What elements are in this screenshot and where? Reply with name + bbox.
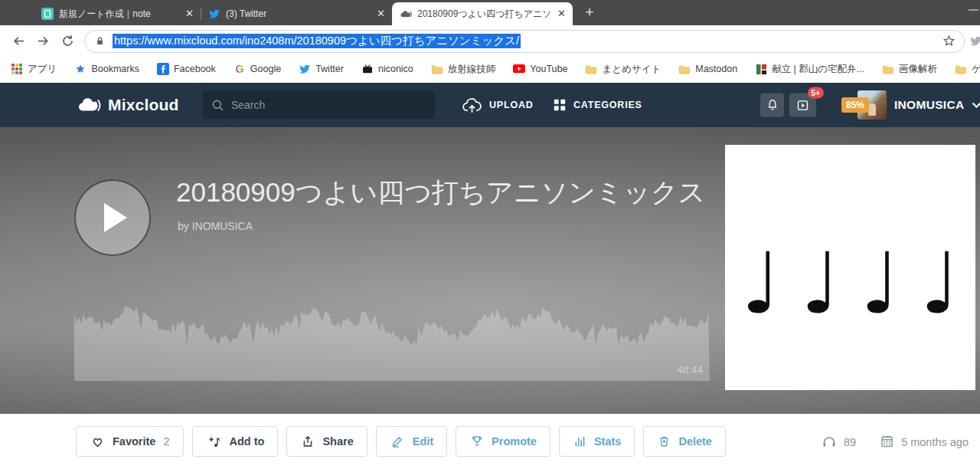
tab-title: 20180909つよい四つ打ちアニソンミッ <box>417 8 550 21</box>
bell-icon <box>766 98 779 113</box>
trophy-icon <box>469 434 485 449</box>
browser-toolbar: https://www.mixcloud.com/ino2408m/201809… <box>0 25 980 57</box>
folder-icon <box>431 63 443 75</box>
trash-icon <box>657 434 671 449</box>
mixcloud-logo[interactable]: Mixcloud <box>77 96 179 114</box>
video-play-icon <box>795 98 810 112</box>
bookmark-item[interactable]: niconico <box>361 63 413 75</box>
user-menu[interactable]: INOMUSICA <box>894 98 980 112</box>
niconico-icon <box>361 63 374 75</box>
bookmark-item[interactable]: Facebook <box>157 63 216 75</box>
tab-1[interactable]: 新規ノート作成｜note✕ <box>34 2 201 25</box>
folder-icon <box>882 63 894 75</box>
edit-button[interactable]: Edit <box>376 426 447 457</box>
tab-close-icon[interactable]: ✕ <box>183 8 196 21</box>
bookmark-item[interactable]: Mastodon <box>678 63 737 75</box>
bookmark-label: まとめサイト <box>602 63 661 76</box>
add-to-button[interactable]: Add to <box>192 426 279 457</box>
favorite-button[interactable]: Favorite2 <box>76 426 184 457</box>
username: INOMUSICA <box>894 98 964 112</box>
tab-2[interactable]: (3) Twitter✕ <box>201 2 392 25</box>
window-minimize-icon[interactable] <box>969 9 978 11</box>
search-icon <box>211 98 225 113</box>
bookmark-item[interactable]: 画像解析 <box>882 63 937 76</box>
apps-icon <box>11 63 23 75</box>
heart-icon <box>90 434 106 449</box>
bookmark-item[interactable]: GGoogle <box>234 63 281 75</box>
search-box[interactable] <box>203 91 435 119</box>
show-artwork: ♩♩♩♩ <box>725 145 975 390</box>
show-title: 20180909つよい四つ打ちアニソンミックス <box>176 175 705 211</box>
button-label: Delete <box>678 435 712 448</box>
addto-icon <box>206 434 223 450</box>
url-text: https://www.mixcloud.com/ino2408m/201809… <box>113 34 521 48</box>
categories-button[interactable]: CATEGORIES <box>553 98 642 112</box>
bookmark-label: Google <box>250 64 281 74</box>
posted-date: 5 months ago <box>901 435 969 448</box>
search-input[interactable] <box>231 99 407 111</box>
play-icon <box>104 203 127 232</box>
bookmarks-bar: アプリBookmarksFacebookGGoogleTwitterniconi… <box>0 57 980 83</box>
bookmark-item[interactable]: アプリ <box>11 63 57 76</box>
notifications-button[interactable] <box>760 93 784 117</box>
pencil-icon <box>390 434 406 449</box>
bookmark-star-icon[interactable] <box>942 34 956 48</box>
bookmark-item[interactable]: まとめサイト <box>585 63 661 76</box>
bookmark-label: Bookmarks <box>91 64 139 74</box>
bookmark-item[interactable]: ゲーム <box>955 63 980 76</box>
mixcloud-icon <box>400 8 412 20</box>
folder-icon <box>955 63 967 75</box>
new-tab-button[interactable]: + <box>580 2 599 22</box>
upload-cloud-icon <box>462 97 482 113</box>
tab-close-icon[interactable]: ✕ <box>555 8 568 21</box>
show-hero: 20180909つよい四つ打ちアニソンミックス by INOMUSICA 48:… <box>0 127 980 414</box>
chevron-down-icon <box>972 102 980 109</box>
share-button[interactable]: Share <box>286 426 367 457</box>
bookmark-item[interactable]: Twitter <box>299 63 344 75</box>
new-shows-button[interactable]: 5+ <box>789 93 816 117</box>
google-icon: G <box>234 63 246 75</box>
bookmark-label: ゲーム <box>972 63 980 76</box>
share-icon <box>300 434 315 449</box>
tab-close-icon[interactable]: ✕ <box>374 8 387 21</box>
upload-label: UPLOAD <box>489 100 534 110</box>
action-bar: Favorite2Add toShareEditPromoteStatsDele… <box>0 414 980 469</box>
meal-icon <box>755 63 767 75</box>
url-bar[interactable]: https://www.mixcloud.com/ino2408m/201809… <box>84 30 965 53</box>
note-icon <box>41 8 54 20</box>
brand-name: Mixcloud <box>108 96 179 114</box>
extension-icon[interactable] <box>965 29 980 54</box>
tab-title: 新規ノート作成｜note <box>59 8 178 21</box>
bookmark-label: 画像解析 <box>899 63 937 76</box>
forward-button[interactable] <box>31 29 55 54</box>
youtube-icon <box>513 63 525 75</box>
quarter-notes-image: ♩♩♩♩ <box>721 241 980 326</box>
bookmark-label: 放射線技師 <box>448 63 496 76</box>
listening-progress-badge: 85% <box>841 97 869 113</box>
button-label: Edit <box>413 435 433 448</box>
button-label: Share <box>322 435 353 448</box>
headphones-icon <box>821 434 838 450</box>
bookmark-item[interactable]: 献立 | 郡山の宅配弁... <box>755 63 864 76</box>
play-count: 89 <box>844 435 856 448</box>
favorite-count: 2 <box>163 435 169 448</box>
bookmark-label: アプリ <box>28 63 57 76</box>
tab-3[interactable]: 20180909つよい四つ打ちアニソンミッ✕ <box>392 2 573 25</box>
waveform[interactable]: 48:44 <box>74 303 710 381</box>
show-byline[interactable]: by INOMUSICA <box>178 220 253 232</box>
stats-button[interactable]: Stats <box>559 426 635 457</box>
play-button[interactable] <box>74 179 151 256</box>
back-button[interactable] <box>6 29 31 54</box>
mixcloud-navbar: Mixcloud UPLOAD CATEGORIES 5+ 85% INOMUS… <box>0 83 980 127</box>
facebook-icon <box>157 63 169 75</box>
promote-button[interactable]: Promote <box>456 426 550 457</box>
bookmark-item[interactable]: Bookmarks <box>74 63 139 75</box>
bookmark-item[interactable]: 放射線技師 <box>431 63 496 76</box>
bookmark-label: niconico <box>378 64 413 74</box>
categories-label: CATEGORIES <box>573 100 642 110</box>
bookmark-item[interactable]: YouTube <box>513 63 567 75</box>
delete-button[interactable]: Delete <box>643 426 726 457</box>
refresh-button[interactable] <box>55 29 80 54</box>
button-label: Favorite <box>113 435 155 448</box>
upload-button[interactable]: UPLOAD <box>462 97 534 113</box>
